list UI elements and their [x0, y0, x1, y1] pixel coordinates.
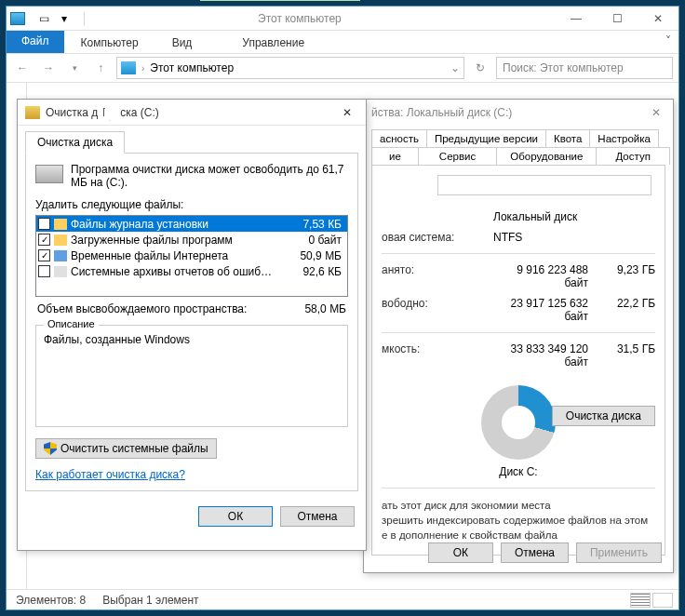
fs-value: NTFS: [493, 231, 655, 244]
file-size: 0 байт: [289, 234, 345, 247]
minimize-button[interactable]: —: [556, 7, 597, 31]
tab-view[interactable]: Вид: [155, 33, 209, 53]
qat-separator: │: [75, 9, 94, 28]
up-button[interactable]: ↑: [90, 58, 111, 78]
context-tab-group: Средства работы с дисками: [200, 0, 360, 1]
forward-button[interactable]: →: [38, 58, 59, 78]
pc-icon: [121, 61, 136, 74]
chevron-right-icon: ›: [141, 63, 144, 74]
tab-computer[interactable]: Компьютер: [64, 33, 155, 53]
qat-new-icon[interactable]: ▾: [55, 9, 74, 28]
list-item[interactable]: ✓Временные файлы Интернета50,9 МБ: [36, 248, 347, 263]
checkbox[interactable]: ✓: [38, 249, 50, 261]
volume-name-input[interactable]: [437, 175, 651, 195]
cleanup-tabs: Очистка диска: [18, 126, 366, 154]
list-item[interactable]: Файлы журнала установки7,53 КБ: [36, 216, 347, 232]
tab-quota[interactable]: Квота: [546, 129, 590, 147]
view-details-button[interactable]: [630, 593, 651, 608]
cleanup-info-text: Программа очистки диска может освободить…: [71, 163, 348, 189]
refresh-button[interactable]: ↻: [470, 58, 490, 78]
how-it-works-link[interactable]: Как работает очистка диска?: [35, 468, 185, 481]
file-name: Системные архивы отчетов об ошиб…: [71, 265, 286, 278]
cleanup-panel: Программа очистки диска может освободить…: [25, 153, 358, 491]
cancel-button[interactable]: Отмена: [501, 542, 569, 563]
fs-label: овая система:: [382, 231, 493, 244]
file-size: 92,6 КБ: [289, 265, 345, 278]
property-tabs: асность Предыдущие версии Квота Настройк…: [364, 126, 673, 165]
title-text-1: Очистка д: [46, 106, 98, 119]
used-label: анято:: [382, 263, 493, 289]
total-value: 58,0 МБ: [304, 302, 346, 315]
tab-hardware[interactable]: Оборудование: [497, 147, 597, 165]
apply-button[interactable]: Применить: [576, 542, 662, 563]
breadcrumb[interactable]: Этот компьютер: [150, 61, 234, 74]
dialog-buttons: ОК Отмена Применить: [428, 542, 662, 563]
address-bar[interactable]: › Этот компьютер ⌄: [116, 57, 464, 79]
close-button[interactable]: ✕: [645, 103, 667, 122]
file-name: Временные файлы Интернета: [71, 249, 286, 262]
file-name: Загруженные файлы программ: [71, 234, 286, 247]
shield-icon: [44, 442, 57, 455]
list-item[interactable]: Системные архивы отчетов об ошиб…92,6 КБ: [36, 263, 347, 279]
close-button[interactable]: ✕: [336, 106, 358, 119]
used-bytes: 9 916 223 488 байт: [493, 263, 599, 289]
window-controls: — ☐ ✕: [556, 7, 678, 31]
dialog-title: Очистка дска (C:) ✕: [18, 100, 366, 126]
used-gb: 9,23 ГБ: [599, 263, 655, 289]
free-gb: 22,2 ГБ: [599, 297, 655, 323]
cancel-button[interactable]: Отмена: [280, 506, 355, 527]
cap-label: мкость:: [382, 342, 493, 368]
checkbox[interactable]: [38, 265, 50, 277]
disk-label: Диск C:: [382, 465, 655, 478]
files-list[interactable]: Файлы журнала установки7,53 КБ✓Загруженн…: [35, 215, 348, 297]
tab-tools[interactable]: Сервис: [419, 147, 497, 165]
status-bar: Элементов: 8 Выбран 1 элемент: [7, 589, 678, 609]
tab-prev-versions[interactable]: Предыдущие версии: [427, 129, 546, 147]
tab-manage[interactable]: Управление: [214, 33, 332, 53]
status-item-count: Элементов: 8: [16, 594, 86, 607]
free-label: вободно:: [382, 297, 493, 323]
recent-dropdown[interactable]: ▾: [64, 58, 85, 78]
pc-icon: [10, 12, 25, 25]
dialog-title: йства: Локальный диск (C:): [364, 100, 673, 126]
maximize-button[interactable]: ☐: [597, 7, 638, 31]
compress-hint: ать этот диск для экономии места: [382, 498, 655, 513]
disk-cleanup-button[interactable]: Очистка диска: [552, 406, 655, 426]
status-selection: Выбран 1 элемент: [102, 594, 198, 607]
delete-files-label: Удалить следующие файлы:: [35, 198, 348, 211]
ribbon-tabs: Файл Компьютер Вид Управление ˅: [7, 31, 678, 53]
close-button[interactable]: ✕: [638, 7, 678, 31]
disk-cleanup-dialog: Очистка дска (C:) ✕ Очистка диска Програ…: [17, 99, 367, 551]
qat-properties-icon[interactable]: ▭: [34, 9, 53, 28]
file-icon: [54, 219, 67, 230]
ribbon-collapse-icon[interactable]: ˅: [665, 34, 671, 47]
drive-icon: [35, 165, 63, 183]
tab-general[interactable]: ие: [371, 147, 419, 165]
file-size: 50,9 МБ: [289, 249, 345, 262]
tab-customize[interactable]: Настройка: [590, 129, 659, 147]
list-item[interactable]: ✓Загруженные файлы программ0 байт: [36, 232, 347, 248]
title-text-2: ска (C:): [120, 106, 159, 119]
address-dropdown-icon[interactable]: ⌄: [450, 61, 460, 74]
checkbox[interactable]: [38, 218, 50, 230]
file-icon: [54, 250, 67, 261]
cleanup-icon: [25, 106, 40, 119]
file-size: 7,53 КБ: [289, 218, 345, 231]
tab-cleanup[interactable]: Очистка диска: [25, 131, 125, 154]
window-title: Этот компьютер: [100, 12, 556, 25]
view-icons-button[interactable]: [652, 593, 673, 608]
tab-file[interactable]: Файл: [7, 31, 64, 53]
tab-sharing[interactable]: Доступ: [597, 147, 669, 165]
sys-btn-label: Очистить системные файлы: [60, 442, 208, 455]
checkbox[interactable]: ✓: [38, 234, 50, 246]
cursor-icon: [103, 108, 114, 121]
back-button[interactable]: ←: [12, 58, 33, 78]
ok-button[interactable]: ОК: [428, 542, 493, 563]
free-bytes: 23 917 125 632 байт: [493, 297, 599, 323]
context-tools-label: Средства работы с дисками: [200, 0, 360, 1]
tab-security[interactable]: асность: [371, 129, 427, 147]
ok-button[interactable]: ОК: [198, 506, 273, 527]
search-input[interactable]: Поиск: Этот компьютер: [496, 57, 673, 79]
clean-system-files-button[interactable]: Очистить системные файлы: [35, 438, 217, 459]
description-text: Файлы, созданные Windows: [44, 333, 340, 346]
